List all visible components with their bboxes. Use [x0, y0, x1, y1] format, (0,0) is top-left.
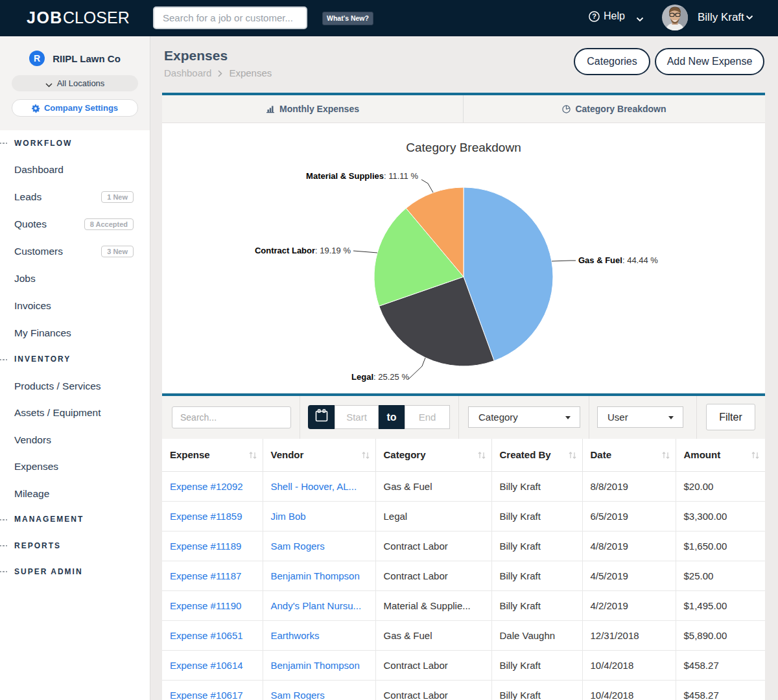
svg-text:?: ?	[592, 12, 596, 20]
svg-text:Legal: 25.25 %: Legal: 25.25 %	[351, 372, 409, 382]
svg-text:Material & Supplies: 11.11 %: Material & Supplies: 11.11 %	[306, 171, 418, 181]
svg-text:Category Breakdown: Category Breakdown	[406, 141, 521, 154]
svg-text:Contract Labor: 19.19 %: Contract Labor: 19.19 %	[255, 246, 351, 255]
svg-text:Gas & Fuel: 44.44 %: Gas & Fuel: 44.44 %	[578, 255, 658, 265]
